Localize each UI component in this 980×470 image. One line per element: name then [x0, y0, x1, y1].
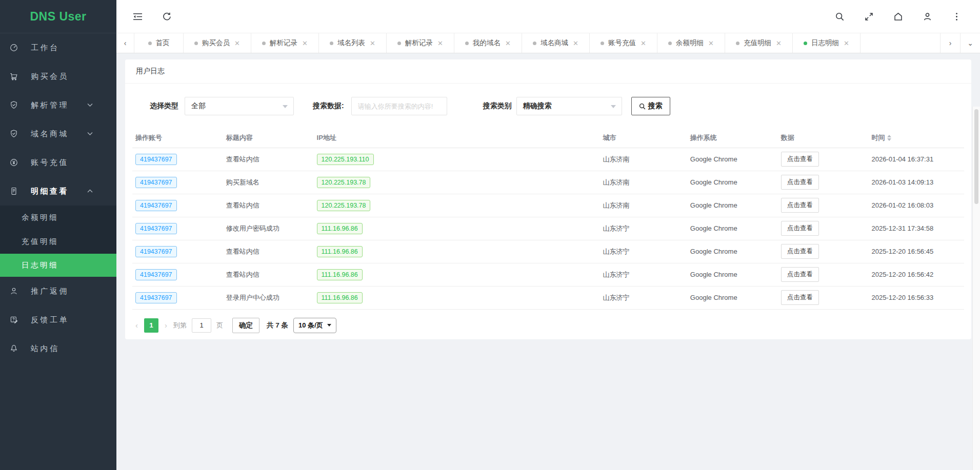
- close-icon[interactable]: ✕: [234, 40, 240, 47]
- account-badge[interactable]: 419437697: [135, 177, 177, 188]
- close-icon[interactable]: ✕: [844, 40, 849, 47]
- sidebar-item-workbench[interactable]: 工作台: [0, 33, 116, 62]
- sidebar-item-resolution-manage[interactable]: 解析管理: [0, 91, 116, 119]
- account-badge[interactable]: 419437697: [135, 246, 177, 257]
- time-cell: 2025-12-20 16:56:42: [868, 263, 964, 286]
- sidebar-item-account-recharge[interactable]: 账号充值: [0, 148, 116, 177]
- tab-domain-mall[interactable]: 域名商城 ✕: [522, 33, 590, 53]
- page-size-select[interactable]: 10 条/页: [293, 318, 336, 333]
- col-title: 标题内容: [223, 128, 314, 148]
- next-page-button[interactable]: ›: [162, 321, 170, 330]
- more-vertical-icon[interactable]: [952, 12, 962, 22]
- search-button[interactable]: 搜索: [631, 97, 670, 115]
- view-data-button[interactable]: 点击查看: [781, 198, 819, 213]
- tab-label: 首页: [156, 38, 170, 48]
- bell-icon: [9, 344, 18, 353]
- tab-my-domains[interactable]: 我的域名 ✕: [454, 33, 522, 53]
- tab-buy-membership[interactable]: 购买会员 ✕: [184, 33, 251, 53]
- fullscreen-icon[interactable]: [864, 12, 874, 22]
- account-badge[interactable]: 419437697: [135, 200, 177, 211]
- os-cell: Google Chrome: [687, 240, 778, 263]
- page-unit-label: 页: [216, 321, 223, 330]
- tabs-scroll-right-button[interactable]: ›: [940, 33, 960, 53]
- ip-badge: 111.16.96.86: [317, 246, 363, 257]
- close-icon[interactable]: ✕: [370, 40, 375, 47]
- sidebar-item-balance-detail[interactable]: 余额明细: [0, 206, 116, 230]
- os-cell: Google Chrome: [687, 217, 778, 240]
- home-icon[interactable]: [893, 12, 903, 22]
- tab-resolution-records-2[interactable]: 解析记录 ✕: [387, 33, 454, 53]
- confirm-page-button[interactable]: 确定: [232, 318, 259, 333]
- tab-domain-list[interactable]: 域名列表 ✕: [319, 33, 387, 53]
- sidebar: DNS User 工作台 购买会员 解析管理 域名商城 账: [0, 0, 116, 470]
- city-cell: 山东济宁: [600, 240, 687, 263]
- view-data-button[interactable]: 点击查看: [781, 152, 819, 167]
- close-icon[interactable]: ✕: [776, 40, 782, 47]
- tabs-scroll-left-button[interactable]: ‹: [116, 33, 134, 53]
- chevron-down-icon: [87, 103, 93, 107]
- collapse-sidebar-icon[interactable]: [133, 12, 143, 22]
- tab-account-recharge[interactable]: 账号充值 ✕: [590, 33, 657, 53]
- view-data-button[interactable]: 点击查看: [781, 221, 819, 236]
- account-badge[interactable]: 419437697: [135, 292, 177, 303]
- tab-dot: [330, 42, 333, 45]
- table-row: 419437697 修改用户密码成功 111.16.96.86 山东济宁 Goo…: [132, 217, 964, 240]
- account-badge[interactable]: 419437697: [135, 154, 177, 165]
- os-cell: Google Chrome: [687, 286, 778, 309]
- search-icon[interactable]: [835, 12, 845, 22]
- city-cell: 山东济宁: [600, 263, 687, 286]
- close-icon[interactable]: ✕: [708, 40, 714, 47]
- close-icon[interactable]: ✕: [641, 40, 646, 47]
- tab-label: 日志明细: [811, 38, 839, 48]
- tab-dot: [194, 42, 198, 45]
- sidebar-item-domain-mall[interactable]: 域名商城: [0, 119, 116, 148]
- user-icon[interactable]: [923, 12, 932, 22]
- view-data-button[interactable]: 点击查看: [781, 175, 819, 190]
- account-badge[interactable]: 419437697: [135, 223, 177, 234]
- account-badge[interactable]: 419437697: [135, 269, 177, 280]
- current-page-button[interactable]: 1: [144, 318, 158, 333]
- sidebar-item-feedback-ticket[interactable]: 反馈工单: [0, 305, 116, 334]
- close-icon[interactable]: ✕: [505, 40, 511, 47]
- tab-recharge-detail[interactable]: 充值明细 ✕: [725, 33, 793, 53]
- view-data-button[interactable]: 点击查看: [781, 244, 819, 259]
- tab-resolution-records-1[interactable]: 解析记录 ✕: [251, 33, 319, 53]
- sidebar-item-log-detail[interactable]: 日志明细: [0, 254, 116, 277]
- type-select[interactable]: 全部: [185, 97, 294, 115]
- search-input[interactable]: [351, 97, 447, 115]
- search-category-select[interactable]: 精确搜索: [516, 97, 622, 115]
- view-data-button[interactable]: 点击查看: [781, 290, 819, 305]
- vertical-scrollbar[interactable]: [972, 107, 980, 470]
- sidebar-item-detail-view[interactable]: 明细查看: [0, 177, 116, 206]
- close-icon[interactable]: ✕: [573, 40, 578, 47]
- tab-dot: [533, 42, 536, 45]
- tab-label: 我的域名: [473, 38, 501, 48]
- scrollbar-thumb[interactable]: [974, 109, 978, 204]
- ip-badge: 111.16.96.86: [317, 223, 363, 234]
- search-category-label: 搜索类别: [483, 101, 512, 111]
- sidebar-item-buy-membership[interactable]: 购买会员: [0, 62, 116, 91]
- refresh-icon[interactable]: [162, 12, 172, 22]
- tab-label: 充值明细: [744, 38, 771, 48]
- prev-page-button[interactable]: ‹: [132, 321, 141, 330]
- close-icon[interactable]: ✕: [437, 40, 443, 47]
- goto-page-input[interactable]: [192, 318, 211, 333]
- tab-balance-detail[interactable]: 余额明细 ✕: [657, 33, 725, 53]
- dropdown-arrow-icon: [283, 105, 288, 108]
- tab-log-detail[interactable]: 日志明细 ✕: [793, 33, 861, 53]
- sidebar-item-label: 域名商城: [31, 129, 69, 139]
- type-select-value: 全部: [191, 101, 206, 111]
- view-data-button[interactable]: 点击查看: [781, 267, 819, 282]
- city-cell: 山东济南: [600, 148, 687, 171]
- sidebar-item-recharge-detail[interactable]: 充值明细: [0, 230, 116, 254]
- close-icon[interactable]: ✕: [302, 40, 308, 47]
- col-time: 时间: [868, 128, 964, 148]
- tabs-menu-button[interactable]: ⌄: [960, 33, 980, 53]
- sidebar-item-label: 明细查看: [31, 187, 69, 196]
- sidebar-item-promotion-rebate[interactable]: 推广返佣: [0, 277, 116, 305]
- sidebar-item-site-message[interactable]: 站内信: [0, 334, 116, 363]
- category-select-value: 精确搜索: [523, 101, 552, 111]
- top-header: [116, 0, 980, 33]
- sort-time-icon[interactable]: [887, 135, 891, 141]
- tab-home[interactable]: 首页: [134, 33, 184, 53]
